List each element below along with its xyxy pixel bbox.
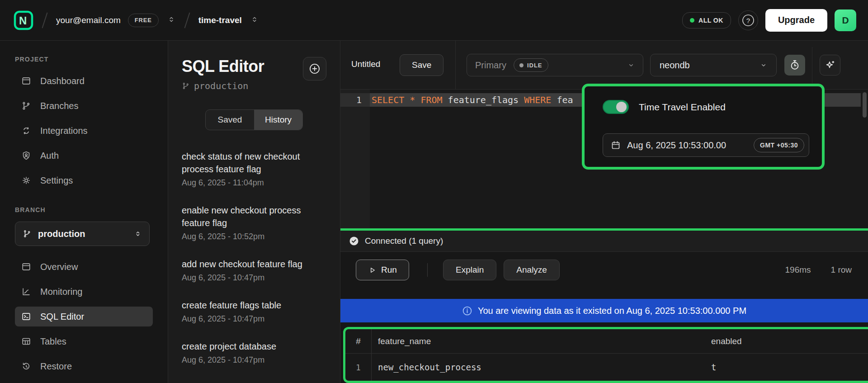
results-header-row: # feature_name enabled — [345, 329, 868, 354]
sparkles-icon — [824, 59, 836, 71]
project-switcher-icon[interactable] — [250, 14, 259, 27]
toolbar-divider — [427, 263, 428, 277]
save-button[interactable]: Save — [400, 54, 443, 76]
column-header-index: # — [345, 329, 372, 353]
compute-selector[interactable]: Primary IDLE — [467, 54, 643, 76]
panel-branch: production — [182, 80, 264, 91]
toggle-knob — [616, 102, 627, 112]
time-travel-banner: You are viewing data as it existed on Au… — [340, 299, 868, 322]
time-travel-toolbar-button[interactable] — [784, 55, 805, 76]
line-number-gutter — [340, 90, 370, 228]
tab-saved[interactable]: Saved — [206, 110, 254, 130]
query-toolbar: Run Explain Analyze 196ms 1 row — [340, 252, 868, 288]
sidebar-item-sql-editor[interactable]: SQL Editor — [15, 307, 153, 326]
sidebar-item-integrations[interactable]: Integrations — [15, 121, 153, 141]
new-query-button[interactable] — [303, 57, 326, 80]
header-divider — [812, 47, 812, 83]
cell-enabled: t — [705, 354, 868, 381]
account-switcher-icon[interactable] — [167, 14, 176, 27]
history-item[interactable]: create feature flags table Aug 6, 2025 -… — [182, 299, 326, 324]
chevron-down-icon — [627, 61, 636, 70]
status-ok-dot — [690, 18, 694, 23]
results-data-row[interactable]: 1 new_checkout_process t — [345, 354, 868, 381]
unfold-icon — [134, 229, 142, 239]
connection-status-text: Connected (1 query) — [365, 236, 443, 246]
analyze-button[interactable]: Analyze — [504, 260, 560, 280]
auth-shield-icon — [21, 151, 31, 161]
idle-dot — [519, 63, 524, 67]
time-travel-toggle[interactable] — [603, 100, 629, 114]
branch-icon — [23, 229, 32, 238]
spacer — [340, 288, 868, 299]
sidebar-item-dashboard[interactable]: Dashboard — [15, 71, 153, 91]
dashboard-icon — [21, 76, 31, 86]
neon-logo[interactable]: N — [14, 10, 33, 30]
calendar-icon — [610, 140, 621, 151]
help-button[interactable]: ? — [738, 10, 758, 30]
breadcrumb-slash — [184, 12, 190, 28]
tab-history[interactable]: History — [254, 110, 302, 130]
explain-button[interactable]: Explain — [443, 260, 496, 280]
header-divider — [455, 41, 456, 90]
panel-title: SQL Editor — [182, 57, 264, 76]
history-item[interactable]: check status of new checkout process fea… — [182, 150, 326, 188]
tables-icon — [21, 336, 31, 346]
chevron-down-icon — [759, 61, 768, 70]
time-travel-label: Time Travel Enabled — [639, 102, 726, 113]
user-avatar[interactable]: D — [835, 9, 856, 31]
sql-editor-icon — [21, 312, 31, 322]
sidebar-section-project: PROJECT — [15, 56, 168, 63]
settings-gear-icon — [21, 175, 31, 185]
sidebar-item-auth[interactable]: Auth — [15, 146, 153, 165]
sidebar-section-branch: BRANCH — [15, 206, 168, 213]
editor-pane: Untitled Save Primary IDLE neondb — [340, 41, 868, 383]
sidebar-item-overview[interactable]: Overview — [15, 257, 153, 277]
info-icon — [462, 306, 472, 316]
query-tab-title[interactable]: Untitled — [351, 59, 380, 69]
database-selector[interactable]: neondb — [650, 54, 777, 76]
breadcrumb-slash — [42, 12, 47, 28]
check-circle-icon — [349, 236, 359, 246]
svg-text:N: N — [19, 14, 27, 27]
banner-text: You are viewing data as it existed on Au… — [478, 306, 746, 316]
time-travel-datetime-picker[interactable]: Aug 6, 2025 10:53:00.00 GMT +05:30 — [603, 133, 809, 157]
plan-badge: FREE — [128, 14, 159, 27]
history-list: check status of new checkout process fea… — [182, 150, 326, 365]
history-item[interactable]: create project database Aug 6, 2025 - 10… — [182, 340, 326, 365]
saved-history-tabs: Saved History — [205, 109, 303, 130]
line-number: 1 — [340, 93, 370, 107]
time-travel-panel: Time Travel Enabled Aug 6, 2025 10:53:00… — [582, 84, 825, 170]
upgrade-button[interactable]: Upgrade — [765, 9, 827, 32]
sidebar-item-restore[interactable]: Restore — [15, 356, 153, 376]
sidebar-item-monitoring[interactable]: Monitoring — [15, 282, 153, 302]
run-button[interactable]: Run — [356, 260, 409, 280]
project-name[interactable]: time-travel — [198, 15, 242, 25]
sidebar-item-settings[interactable]: Settings — [15, 170, 153, 190]
integrations-icon — [21, 126, 31, 136]
compute-status-badge: IDLE — [514, 58, 548, 72]
datetime-value: Aug 6, 2025 10:53:00.00 — [627, 140, 748, 151]
sql-code-line[interactable]: SELECT * FROM feature_flags WHERE fea — [372, 93, 573, 107]
play-icon — [368, 266, 377, 274]
system-status-badge[interactable]: ALL OK — [682, 12, 731, 28]
column-header-feature-name[interactable]: feature_name — [372, 329, 705, 353]
editor-header: Untitled Save Primary IDLE neondb — [340, 41, 868, 90]
sidebar: PROJECT Dashboard Branches Integrations … — [0, 41, 168, 383]
stopwatch-icon — [789, 59, 801, 71]
results-table: # feature_name enabled 1 new_checkout_pr… — [343, 327, 868, 383]
sidebar-item-branches[interactable]: Branches — [15, 96, 153, 116]
ai-assist-button[interactable] — [820, 55, 840, 76]
top-bar: N your@email.com FREE time-travel ALL OK… — [0, 0, 868, 41]
plus-circle-icon — [309, 63, 321, 75]
query-row-count: 1 row — [831, 265, 852, 275]
overview-icon — [21, 262, 31, 272]
restore-history-icon — [21, 361, 31, 371]
column-header-enabled[interactable]: enabled — [705, 329, 868, 353]
editor-scrollbar[interactable] — [863, 92, 867, 118]
monitoring-chart-icon — [21, 287, 31, 297]
history-item[interactable]: add new checkout feature flag Aug 6, 202… — [182, 258, 326, 283]
sidebar-item-tables[interactable]: Tables — [15, 331, 153, 351]
account-name[interactable]: your@email.com — [56, 15, 121, 25]
branch-selector[interactable]: production — [15, 222, 150, 246]
history-item[interactable]: enable new checkout process feature flag… — [182, 204, 326, 241]
